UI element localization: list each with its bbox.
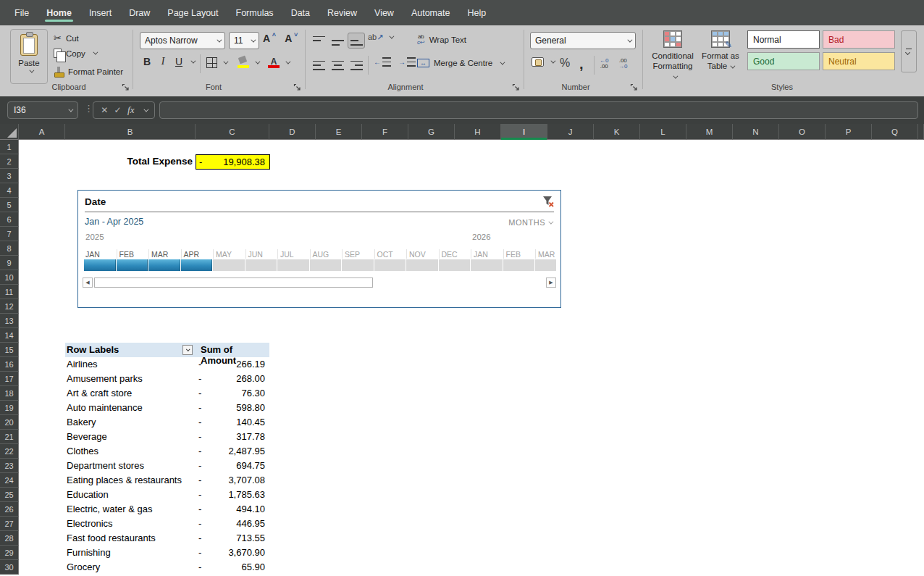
comma-style-button[interactable]: , — [579, 60, 584, 67]
menu-tab-insert[interactable]: Insert — [80, 1, 120, 24]
column-header-J[interactable]: J — [547, 124, 594, 140]
menu-tab-home[interactable]: Home — [38, 1, 80, 24]
format-painter-button[interactable]: Format Painter — [54, 67, 123, 77]
accounting-format-icon[interactable] — [532, 57, 544, 67]
borders-icon[interactable] — [206, 57, 217, 68]
row-header-6[interactable]: 6 — [0, 212, 19, 227]
menu-tab-automate[interactable]: Automate — [403, 1, 459, 24]
wrap-text-button[interactable]: abc↩ Wrap Text — [417, 34, 466, 46]
slicer-month-bar-2[interactable] — [148, 259, 180, 271]
align-left-button[interactable] — [310, 57, 327, 73]
orientation-icon[interactable]: ab↗ — [368, 33, 383, 42]
pivot-row-11[interactable]: Electronics-446.95 — [65, 517, 269, 531]
align-right-button[interactable] — [348, 57, 365, 73]
row-header-17[interactable]: 17 — [0, 372, 19, 386]
styles-gallery-more-button[interactable] — [901, 30, 917, 72]
name-box[interactable]: I36 — [7, 101, 78, 119]
column-header-O[interactable]: O — [779, 124, 826, 140]
row-header-19[interactable]: 19 — [0, 401, 19, 415]
accounting-chevron-icon[interactable] — [550, 59, 555, 64]
column-header-Q[interactable]: Q — [872, 124, 918, 140]
bold-button[interactable]: B — [140, 56, 154, 67]
column-header-N[interactable]: N — [733, 124, 779, 140]
pivot-row-5[interactable]: Beverage-317.78 — [65, 430, 269, 444]
increase-font-size-button[interactable]: A˄ — [263, 33, 276, 44]
row-header-23[interactable]: 23 — [0, 459, 19, 473]
row-header-7[interactable]: 7 — [0, 227, 19, 241]
slicer-month-bar-4[interactable] — [213, 259, 245, 271]
row-header-30[interactable]: 30 — [0, 560, 19, 575]
row-header-21[interactable]: 21 — [0, 430, 19, 444]
slicer-month-bar-7[interactable] — [310, 259, 342, 271]
percent-style-button[interactable]: % — [560, 57, 570, 70]
slicer-month-bar-5[interactable] — [245, 259, 277, 271]
slicer-month-bar-3[interactable] — [181, 259, 213, 271]
style-good[interactable]: Good — [747, 52, 820, 70]
slicer-month-bar-11[interactable] — [439, 259, 471, 271]
pivot-row-1[interactable]: Amusement parks-268.00 — [65, 372, 269, 386]
formula-input[interactable] — [159, 101, 918, 119]
font-dialog-launcher[interactable] — [293, 83, 301, 91]
row-labels-filter-button[interactable] — [182, 345, 193, 355]
menu-tab-data[interactable]: Data — [282, 1, 319, 24]
slicer-month-bar-8[interactable] — [342, 259, 374, 271]
menu-tab-view[interactable]: View — [366, 1, 403, 24]
row-header-22[interactable]: 22 — [0, 444, 19, 459]
underline-chevron-icon[interactable] — [190, 58, 196, 63]
pivot-row-3[interactable]: Auto maintenance-598.80 — [65, 401, 269, 415]
pivot-row-2[interactable]: Art & craft store-76.30 — [65, 386, 269, 401]
slicer-month-bar-0[interactable] — [84, 259, 116, 271]
row-header-26[interactable]: 26 — [0, 502, 19, 517]
alignment-dialog-launcher[interactable] — [512, 83, 520, 91]
slicer-month-bar-14[interactable] — [535, 259, 556, 271]
scroll-left-icon[interactable]: ◀ — [83, 277, 93, 288]
row-header-16[interactable]: 16 — [0, 357, 19, 372]
clear-filter-icon[interactable] — [542, 195, 555, 208]
total-expense-label-cell[interactable]: Total Expense — [65, 154, 196, 169]
style-bad[interactable]: Bad — [823, 30, 895, 49]
align-middle-button[interactable] — [329, 33, 346, 49]
align-center-button[interactable] — [329, 57, 346, 73]
row-header-1[interactable]: 1 — [0, 140, 19, 154]
pivot-row-13[interactable]: Furnishing-3,670.90 — [65, 546, 269, 560]
insert-function-icon[interactable]: fx — [127, 104, 134, 116]
slicer-month-bar-12[interactable] — [471, 259, 503, 271]
row-header-8[interactable]: 8 — [0, 241, 19, 256]
pivot-row-9[interactable]: Education-1,785.63 — [65, 488, 269, 502]
column-header-C[interactable]: C — [196, 124, 269, 140]
style-normal[interactable]: Normal — [747, 30, 820, 49]
menu-tab-review[interactable]: Review — [319, 1, 366, 24]
slicer-scrollbar[interactable]: ◀ ▶ — [83, 277, 556, 288]
scrollbar-thumb[interactable] — [94, 277, 373, 288]
cancel-entry-icon[interactable]: ✕ — [101, 105, 108, 115]
row-header-9[interactable]: 9 — [0, 256, 19, 270]
column-header-I[interactable]: I — [501, 124, 547, 140]
row-header-27[interactable]: 27 — [0, 517, 19, 531]
cut-button[interactable]: ✂ Cut — [54, 33, 79, 43]
slicer-month-bar-9[interactable] — [374, 259, 406, 271]
decrease-indent-icon[interactable]: ← — [374, 57, 391, 67]
font-color-chevron-icon[interactable] — [285, 59, 290, 64]
increase-decimal-button[interactable]: ←0.00 — [600, 58, 608, 70]
pivot-row-6[interactable]: Clothes-2,487.95 — [65, 444, 269, 459]
underline-button[interactable]: U — [172, 56, 186, 67]
row-header-15[interactable]: 15 — [0, 343, 19, 357]
pivot-row-4[interactable]: Bakery-140.45 — [65, 415, 269, 430]
pivot-row-10[interactable]: Electric, water & gas-494.10 — [65, 502, 269, 517]
column-header-H[interactable]: H — [455, 124, 501, 140]
pivot-row-0[interactable]: Airlines-266.19 — [65, 357, 269, 372]
row-header-25[interactable]: 25 — [0, 488, 19, 502]
column-header-K[interactable]: K — [594, 124, 640, 140]
menu-tab-file[interactable]: File — [6, 1, 38, 24]
row-header-4[interactable]: 4 — [0, 183, 19, 198]
slicer-month-bar-13[interactable] — [503, 259, 535, 271]
select-all-corner[interactable] — [0, 124, 19, 140]
date-timeline-slicer[interactable]: Date Jan - Apr 2025 MONTHS 20252026 JANF… — [77, 190, 561, 308]
confirm-entry-icon[interactable]: ✓ — [114, 105, 122, 115]
copy-button[interactable]: Copy — [54, 49, 96, 58]
number-dialog-launcher[interactable] — [630, 83, 638, 91]
row-header-20[interactable]: 20 — [0, 415, 19, 430]
align-top-button[interactable] — [310, 33, 327, 49]
row-header-11[interactable]: 11 — [0, 285, 19, 299]
fill-color-icon[interactable] — [238, 57, 249, 68]
